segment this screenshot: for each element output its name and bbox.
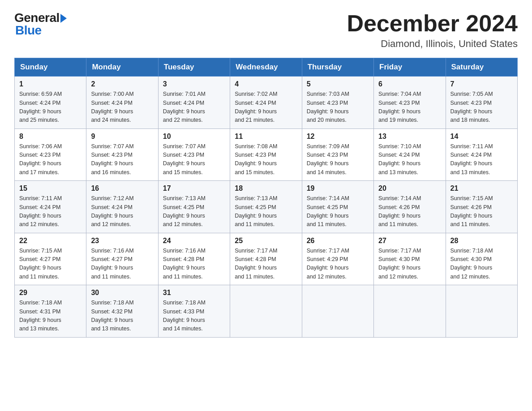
day-number: 31: [163, 289, 225, 297]
day-number: 21: [450, 184, 513, 193]
col-monday: Monday: [86, 58, 158, 77]
day-number: 25: [235, 237, 297, 245]
page: General Blue December 2024 Diamond, Illi…: [0, 0, 532, 352]
calendar-table: Sunday Monday Tuesday Wednesday Thursday…: [14, 58, 518, 338]
day-number: 11: [235, 133, 297, 141]
table-row: 15Sunrise: 7:11 AMSunset: 4:24 PMDayligh…: [15, 181, 86, 233]
day-number: 28: [450, 237, 513, 245]
table-row: 3Sunrise: 7:01 AMSunset: 4:24 PMDaylight…: [158, 77, 230, 129]
calendar-header-row: Sunday Monday Tuesday Wednesday Thursday…: [15, 58, 518, 77]
day-number: 17: [163, 184, 225, 193]
day-number: 24: [163, 237, 225, 245]
day-info: Sunrise: 7:08 AMSunset: 4:23 PMDaylight:…: [235, 142, 297, 177]
calendar-week-row: 15Sunrise: 7:11 AMSunset: 4:24 PMDayligh…: [15, 181, 518, 233]
day-info: Sunrise: 7:05 AMSunset: 4:23 PMDaylight:…: [450, 90, 513, 125]
day-number: 14: [450, 133, 513, 141]
logo-blue: Blue: [15, 23, 42, 38]
day-info: Sunrise: 7:00 AMSunset: 4:24 PMDaylight:…: [91, 90, 153, 125]
table-row: [446, 285, 517, 338]
day-info: Sunrise: 7:12 AMSunset: 4:24 PMDaylight:…: [91, 194, 153, 229]
table-row: 19Sunrise: 7:14 AMSunset: 4:25 PMDayligh…: [302, 181, 373, 233]
day-info: Sunrise: 7:16 AMSunset: 4:27 PMDaylight:…: [91, 247, 153, 282]
day-number: 3: [163, 80, 225, 88]
calendar-week-row: 8Sunrise: 7:06 AMSunset: 4:23 PMDaylight…: [15, 128, 518, 181]
day-info: Sunrise: 7:03 AMSunset: 4:23 PMDaylight:…: [307, 90, 369, 125]
col-tuesday: Tuesday: [158, 58, 230, 77]
day-number: 6: [378, 80, 441, 88]
day-info: Sunrise: 7:16 AMSunset: 4:28 PMDaylight:…: [163, 247, 225, 282]
table-row: 20Sunrise: 7:14 AMSunset: 4:26 PMDayligh…: [374, 181, 446, 233]
calendar-week-row: 29Sunrise: 7:18 AMSunset: 4:31 PMDayligh…: [15, 285, 518, 338]
table-row: 6Sunrise: 7:04 AMSunset: 4:23 PMDaylight…: [374, 77, 446, 129]
table-row: 4Sunrise: 7:02 AMSunset: 4:24 PMDaylight…: [230, 77, 302, 129]
day-number: 30: [91, 289, 153, 297]
table-row: 13Sunrise: 7:10 AMSunset: 4:24 PMDayligh…: [374, 128, 446, 181]
day-number: 4: [235, 80, 297, 88]
col-saturday: Saturday: [446, 58, 517, 77]
table-row: 10Sunrise: 7:07 AMSunset: 4:23 PMDayligh…: [158, 128, 230, 181]
logo: General Blue: [14, 11, 67, 38]
calendar-title: December 2024: [347, 11, 518, 36]
table-row: 26Sunrise: 7:17 AMSunset: 4:29 PMDayligh…: [302, 233, 373, 285]
day-info: Sunrise: 7:15 AMSunset: 4:27 PMDaylight:…: [19, 247, 82, 282]
calendar-week-row: 22Sunrise: 7:15 AMSunset: 4:27 PMDayligh…: [15, 233, 518, 285]
day-info: Sunrise: 7:06 AMSunset: 4:23 PMDaylight:…: [19, 142, 82, 177]
day-info: Sunrise: 7:13 AMSunset: 4:25 PMDaylight:…: [163, 194, 225, 229]
day-number: 27: [378, 237, 441, 245]
table-row: 16Sunrise: 7:12 AMSunset: 4:24 PMDayligh…: [86, 181, 158, 233]
table-row: 28Sunrise: 7:18 AMSunset: 4:30 PMDayligh…: [446, 233, 517, 285]
day-number: 26: [307, 237, 369, 245]
table-row: 27Sunrise: 7:17 AMSunset: 4:30 PMDayligh…: [374, 233, 446, 285]
table-row: 8Sunrise: 7:06 AMSunset: 4:23 PMDaylight…: [15, 128, 86, 181]
calendar-subtitle: Diamond, Illinois, United States: [347, 38, 518, 50]
day-info: Sunrise: 7:01 AMSunset: 4:24 PMDaylight:…: [163, 90, 225, 125]
day-info: Sunrise: 7:11 AMSunset: 4:24 PMDaylight:…: [450, 142, 513, 177]
table-row: 24Sunrise: 7:16 AMSunset: 4:28 PMDayligh…: [158, 233, 230, 285]
day-number: 20: [378, 184, 441, 193]
day-info: Sunrise: 7:17 AMSunset: 4:28 PMDaylight:…: [235, 247, 297, 282]
table-row: 5Sunrise: 7:03 AMSunset: 4:23 PMDaylight…: [302, 77, 373, 129]
day-number: 15: [19, 184, 82, 193]
table-row: 21Sunrise: 7:15 AMSunset: 4:26 PMDayligh…: [446, 181, 517, 233]
table-row: 9Sunrise: 7:07 AMSunset: 4:23 PMDaylight…: [86, 128, 158, 181]
day-info: Sunrise: 7:04 AMSunset: 4:23 PMDaylight:…: [378, 90, 441, 125]
table-row: [230, 285, 302, 338]
table-row: 12Sunrise: 7:09 AMSunset: 4:23 PMDayligh…: [302, 128, 373, 181]
table-row: [374, 285, 446, 338]
table-row: 22Sunrise: 7:15 AMSunset: 4:27 PMDayligh…: [15, 233, 86, 285]
day-info: Sunrise: 7:07 AMSunset: 4:23 PMDaylight:…: [163, 142, 225, 177]
day-info: Sunrise: 7:10 AMSunset: 4:24 PMDaylight:…: [378, 142, 441, 177]
day-number: 2: [91, 80, 153, 88]
col-wednesday: Wednesday: [230, 58, 302, 77]
day-info: Sunrise: 7:18 AMSunset: 4:33 PMDaylight:…: [163, 299, 225, 334]
day-number: 9: [91, 133, 153, 141]
table-row: [302, 285, 373, 338]
day-info: Sunrise: 6:59 AMSunset: 4:24 PMDaylight:…: [19, 90, 82, 125]
col-friday: Friday: [374, 58, 446, 77]
day-info: Sunrise: 7:13 AMSunset: 4:25 PMDaylight:…: [235, 194, 297, 229]
day-info: Sunrise: 7:11 AMSunset: 4:24 PMDaylight:…: [19, 194, 82, 229]
table-row: 30Sunrise: 7:18 AMSunset: 4:32 PMDayligh…: [86, 285, 158, 338]
col-thursday: Thursday: [302, 58, 373, 77]
day-number: 12: [307, 133, 369, 141]
day-number: 8: [19, 133, 82, 141]
title-block: December 2024 Diamond, Illinois, United …: [347, 11, 518, 50]
day-number: 16: [91, 184, 153, 193]
day-info: Sunrise: 7:18 AMSunset: 4:31 PMDaylight:…: [19, 299, 82, 334]
day-number: 1: [19, 80, 82, 88]
header: General Blue December 2024 Diamond, Illi…: [14, 11, 518, 50]
day-number: 29: [19, 289, 82, 297]
table-row: 29Sunrise: 7:18 AMSunset: 4:31 PMDayligh…: [15, 285, 86, 338]
day-info: Sunrise: 7:14 AMSunset: 4:25 PMDaylight:…: [307, 194, 369, 229]
table-row: 31Sunrise: 7:18 AMSunset: 4:33 PMDayligh…: [158, 285, 230, 338]
day-number: 7: [450, 80, 513, 88]
day-info: Sunrise: 7:09 AMSunset: 4:23 PMDaylight:…: [307, 142, 369, 177]
table-row: 1Sunrise: 6:59 AMSunset: 4:24 PMDaylight…: [15, 77, 86, 129]
table-row: 7Sunrise: 7:05 AMSunset: 4:23 PMDaylight…: [446, 77, 517, 129]
table-row: 11Sunrise: 7:08 AMSunset: 4:23 PMDayligh…: [230, 128, 302, 181]
day-number: 13: [378, 133, 441, 141]
col-sunday: Sunday: [15, 58, 86, 77]
table-row: 2Sunrise: 7:00 AMSunset: 4:24 PMDaylight…: [86, 77, 158, 129]
calendar-week-row: 1Sunrise: 6:59 AMSunset: 4:24 PMDaylight…: [15, 77, 518, 129]
table-row: 18Sunrise: 7:13 AMSunset: 4:25 PMDayligh…: [230, 181, 302, 233]
